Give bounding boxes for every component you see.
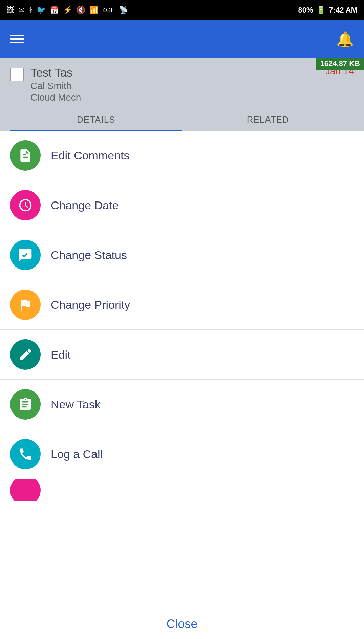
menu-list: Edit Comments Change Date Change Status … <box>0 131 364 501</box>
menu-item-change-priority[interactable]: Change Priority <box>0 280 364 330</box>
task-checkbox[interactable] <box>10 68 24 81</box>
edit-comments-icon-circle <box>10 140 41 171</box>
change-date-icon-circle <box>10 190 41 220</box>
network-icon: 4GE <box>103 7 115 14</box>
edit-comments-label: Edit Comments <box>51 149 129 162</box>
change-date-label: Change Date <box>51 199 119 212</box>
hamburger-line-2 <box>10 38 24 40</box>
task-list-icon <box>18 397 33 412</box>
menu-button[interactable] <box>10 35 24 43</box>
phone-icon <box>18 447 33 462</box>
clock: 7:42 AM <box>329 6 357 15</box>
log-call-icon-circle <box>10 439 41 469</box>
task-person: Cal Smith <box>30 81 319 91</box>
email-icon: ✉ <box>18 6 24 15</box>
calendar-icon: 📅 <box>50 6 59 15</box>
menu-item-change-date[interactable]: Change Date <box>0 180 364 230</box>
clock-icon <box>18 198 33 213</box>
close-button[interactable]: Close <box>166 617 197 631</box>
menu-item-edit-comments[interactable]: Edit Comments <box>0 131 364 180</box>
log-call-label: Log a Call <box>51 448 103 461</box>
signal-icon: 📡 <box>119 6 128 15</box>
kb-badge: 1624.87 KB <box>316 58 364 70</box>
wifi-icon: 📶 <box>89 6 99 15</box>
status-bar-left: 🖼 ✉ ⚕ 🐦 📅 ⚡ 🔇 📶 4GE 📡 <box>7 6 128 15</box>
menu-item-new-task[interactable]: New Task <box>0 380 364 429</box>
notification-button[interactable]: 🔔 <box>336 31 354 47</box>
bottom-bar: Close <box>0 609 364 639</box>
menu-item-log-call[interactable]: Log a Call <box>0 429 364 479</box>
hamburger-line-3 <box>10 42 24 43</box>
change-status-icon-circle <box>10 240 41 270</box>
hamburger-line-1 <box>10 35 24 36</box>
photo-icon: 🖼 <box>7 6 14 15</box>
change-priority-icon-circle <box>10 290 41 320</box>
edit-label: Edit <box>51 348 71 361</box>
app-bar: 🔔 <box>0 20 364 58</box>
mute-icon: 🔇 <box>76 6 85 15</box>
task-company: Cloud Mech <box>30 92 319 103</box>
status-bar-right: 80% 🔋 7:42 AM <box>298 6 357 15</box>
menu-item-change-status[interactable]: Change Status <box>0 230 364 280</box>
bluetooth-icon: ⚡ <box>63 6 72 15</box>
change-priority-label: Change Priority <box>51 298 130 312</box>
edit-icon-circle <box>10 339 41 370</box>
task-header-row: Test Tas Cal Smith Cloud Mech Jan 14 <box>10 66 354 103</box>
health-icon: ⚕ <box>28 6 33 15</box>
document-icon <box>18 148 33 163</box>
change-status-label: Change Status <box>51 249 127 262</box>
task-info: Test Tas Cal Smith Cloud Mech <box>30 66 319 103</box>
tab-related[interactable]: RELATED <box>182 110 354 131</box>
bird-icon: 🐦 <box>37 6 46 15</box>
battery-level: 80% <box>298 6 313 15</box>
chat-check-icon <box>18 248 33 262</box>
status-bar: 🖼 ✉ ⚕ 🐦 📅 ⚡ 🔇 📶 4GE 📡 80% 🔋 7:42 AM <box>0 0 364 20</box>
menu-item-edit[interactable]: Edit <box>0 330 364 380</box>
new-task-icon-circle <box>10 389 41 420</box>
pencil-icon <box>18 347 33 362</box>
new-task-label: New Task <box>51 398 101 411</box>
partial-icon-circle <box>10 479 41 501</box>
task-tabs: DETAILS RELATED <box>10 110 354 131</box>
menu-item-partial[interactable] <box>0 479 364 501</box>
task-header: 1624.87 KB Test Tas Cal Smith Cloud Mech… <box>0 58 364 131</box>
battery-icon: 🔋 <box>316 6 325 15</box>
task-title: Test Tas <box>30 66 319 79</box>
flag-icon <box>18 297 33 312</box>
tab-details[interactable]: DETAILS <box>10 110 182 131</box>
